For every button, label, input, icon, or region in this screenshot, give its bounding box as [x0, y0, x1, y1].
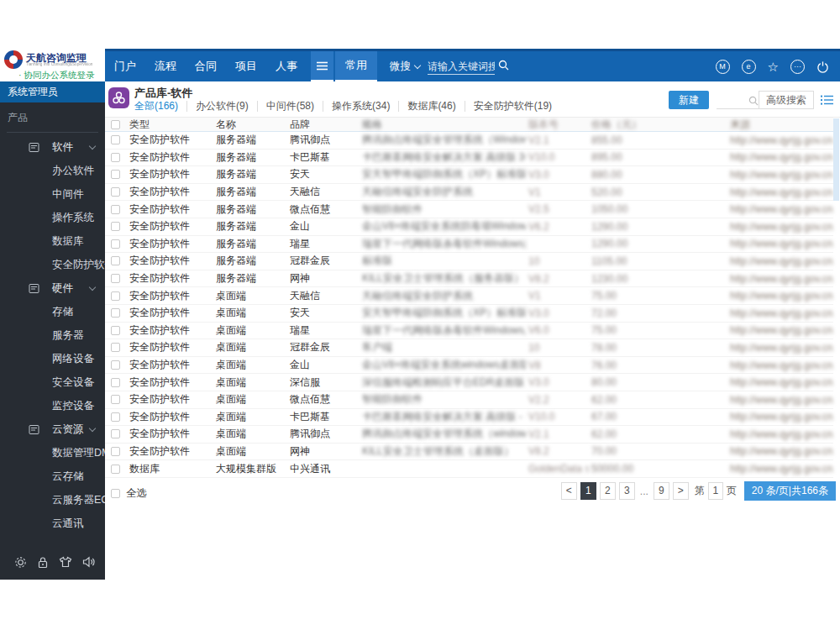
m-badge-icon[interactable]: M	[716, 60, 730, 74]
header-checkbox[interactable]	[111, 120, 120, 129]
search-input[interactable]	[428, 59, 495, 75]
message-icon[interactable]: e	[742, 60, 756, 74]
cell-source: http://www.qyrjg.gov.cn/jrjg/	[727, 169, 833, 181]
advanced-search-button[interactable]: 高级搜索	[759, 91, 814, 109]
sidebar-item-安全设备[interactable]: 安全设备	[0, 370, 105, 394]
sidebar-group-label: 云资源	[52, 423, 84, 437]
sidebar-item-服务器[interactable]: 服务器	[0, 323, 105, 347]
sidebar-item-中间件[interactable]: 中间件	[0, 182, 105, 206]
per-page-selector[interactable]: 20 条/页|共166条	[744, 481, 836, 501]
table-search-input[interactable]	[717, 92, 759, 109]
col-header-source: 来源	[727, 118, 833, 132]
oa-login-link[interactable]: · 协同办公系统登录	[18, 70, 94, 81]
cell-spec: 智能防御软件	[360, 202, 526, 217]
search-icon[interactable]	[498, 60, 509, 73]
tab-数据库[interactable]: 数据库(46)	[399, 101, 465, 112]
new-button[interactable]: 新建	[669, 91, 709, 109]
sidebar-item-云服务器ECS[interactable]: 云服务器ECS	[0, 488, 105, 512]
scrollbar-thumb[interactable]	[833, 118, 839, 201]
row-checkbox[interactable]	[111, 429, 120, 438]
row-checkbox[interactable]	[111, 135, 120, 144]
row-checkbox[interactable]	[111, 308, 120, 318]
row-checkbox[interactable]	[111, 153, 120, 162]
page-button-2[interactable]: 2	[600, 482, 616, 500]
row-checkbox[interactable]	[111, 378, 120, 387]
page-jump: 第 1 页	[695, 482, 737, 500]
sidebar-item-监控设备[interactable]: 监控设备	[0, 394, 105, 417]
sidebar-item-操作系统[interactable]: 操作系统	[0, 206, 105, 229]
row-checkbox[interactable]	[111, 291, 120, 301]
cell-source: http://www.qyrjg.gov.cn/jrjg/	[727, 186, 833, 198]
sidebar-item-办公软件[interactable]: 办公软件	[0, 159, 105, 182]
sidebar-group-软件[interactable]: 软件	[0, 135, 105, 159]
cell-name: 桌面端	[213, 427, 287, 441]
nav-item-合同[interactable]: 合同	[186, 51, 226, 81]
table-row: 安全防护软件服务器端瑞星瑞星下一代网络版杀毒软件Windows服务器端1290.…	[105, 236, 833, 254]
nav-item-人事[interactable]: 人事	[266, 51, 307, 81]
tab-安全防护软件[interactable]: 安全防护软件(19)	[465, 101, 560, 112]
page-button->[interactable]: >	[673, 482, 689, 500]
sidebar-item-网络设备[interactable]: 网络设备	[0, 347, 105, 370]
sidebar-group-云资源[interactable]: 云资源	[0, 417, 105, 441]
cell-name: 服务器端	[213, 271, 287, 286]
cell-spec: 瑞星下一代网络版杀毒软件Windows服务器端	[360, 237, 526, 251]
row-checkbox[interactable]	[111, 360, 120, 370]
sidebar-item-数据管理DMS[interactable]: 数据管理DMS	[0, 441, 105, 465]
list-view-icon[interactable]	[821, 95, 833, 105]
row-checkbox[interactable]	[111, 205, 120, 214]
select-all-checkbox[interactable]	[111, 489, 120, 498]
row-checkbox[interactable]	[111, 465, 120, 474]
cell-spec: 卡巴斯基网络安全解决方案 高级版 - KES	[360, 410, 526, 424]
cell-spec: KILL安全卫士管理系统（桌面版）	[360, 444, 526, 459]
cell-price: 1230.00	[589, 273, 727, 285]
row-checkbox[interactable]	[111, 187, 120, 197]
nav-item-项目[interactable]: 项目	[226, 51, 266, 81]
power-icon[interactable]	[816, 60, 829, 73]
nav-item-流程[interactable]: 流程	[145, 51, 186, 81]
table-row: 安全防护软件服务器端冠群金辰标准版101105.00http://www.qyr…	[105, 253, 833, 270]
gear-icon[interactable]	[14, 556, 27, 569]
cell-brand: 冠群金辰	[287, 254, 360, 268]
cell-version: V10.0	[526, 411, 589, 423]
jump-page-box[interactable]: 1	[708, 482, 723, 500]
sidebar-item-数据库[interactable]: 数据库	[0, 229, 105, 253]
cell-brand: 腾讯御点	[287, 133, 360, 147]
row-checkbox[interactable]	[111, 256, 120, 265]
row-checkbox[interactable]	[111, 395, 120, 404]
page-button-9[interactable]: 9	[654, 482, 669, 500]
sidebar-group-硬件[interactable]: 硬件	[0, 276, 105, 300]
sidebar-item-安全防护软件[interactable]: 安全防护软件	[0, 253, 105, 276]
page-button-...: ...	[638, 486, 650, 497]
nav-menu-button[interactable]	[311, 51, 333, 81]
row-checkbox[interactable]	[111, 326, 120, 335]
tab-changyong[interactable]: 常用	[335, 51, 377, 81]
sidebar-item-云存储[interactable]: 云存储	[0, 465, 105, 488]
volume-icon[interactable]	[82, 556, 97, 568]
lock-icon[interactable]	[37, 556, 49, 569]
row-checkbox[interactable]	[111, 239, 120, 249]
favorite-star-icon[interactable]: ☆	[768, 60, 779, 73]
tab-办公软件[interactable]: 办公软件(9)	[187, 101, 258, 112]
row-checkbox[interactable]	[111, 170, 120, 179]
row-checkbox[interactable]	[111, 447, 120, 456]
page-button-3[interactable]: 3	[619, 482, 635, 500]
theme-shirt-icon[interactable]	[59, 556, 72, 568]
sidebar-item-云通讯[interactable]: 云通讯	[0, 512, 105, 535]
row-checkbox[interactable]	[111, 343, 120, 352]
cell-source: http://www.qyrjg.gov.cn/jrjg/	[727, 151, 833, 163]
row-checkbox[interactable]	[111, 412, 120, 422]
tab-操作系统[interactable]: 操作系统(34)	[323, 101, 399, 112]
page-button-<[interactable]: <	[561, 482, 577, 500]
sidebar-item-存储[interactable]: 存储	[0, 300, 105, 323]
more-icon[interactable]: ···	[790, 60, 805, 74]
tab-中间件[interactable]: 中间件(58)	[258, 101, 323, 112]
row-checkbox[interactable]	[111, 274, 120, 283]
nav-item-门户[interactable]: 门户	[105, 51, 145, 81]
product-table: 类型名称品牌规格版本号价格（元）来源 安全防护软件服务器端腾讯御点腾讯御点终端安…	[105, 118, 833, 478]
search-scope-dropdown[interactable]: 微搜	[390, 60, 420, 74]
cell-version: V10.0	[526, 151, 589, 163]
vertical-scrollbar[interactable]	[833, 118, 839, 480]
tab-全部[interactable]: 全部(166)	[134, 101, 187, 112]
page-button-1[interactable]: 1	[580, 482, 596, 500]
row-checkbox[interactable]	[111, 222, 120, 231]
